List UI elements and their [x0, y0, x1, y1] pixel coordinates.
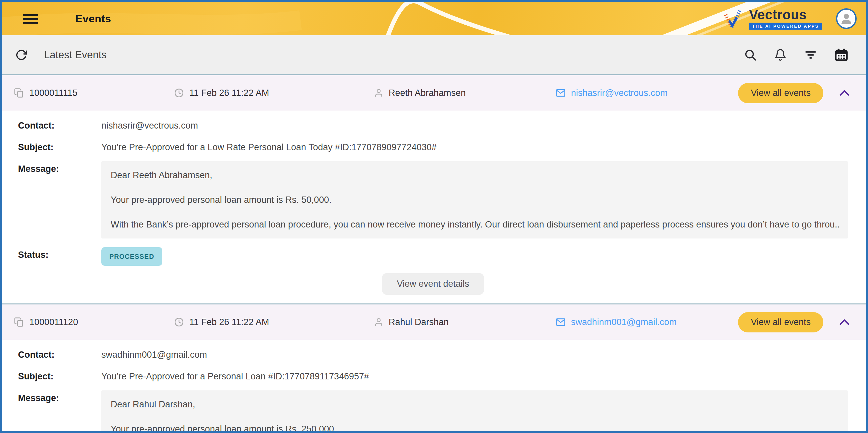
- view-all-events-button[interactable]: View all events: [738, 83, 823, 103]
- person-icon: [374, 318, 383, 327]
- status-label: Status:: [18, 247, 101, 260]
- vectrous-logo-icon: [720, 7, 746, 31]
- notifications-button[interactable]: [774, 48, 787, 61]
- event-card-body: Contact: nishasrir@vectrous.com Subject:…: [2, 110, 866, 303]
- copy-icon[interactable]: [14, 88, 24, 98]
- copy-icon[interactable]: [14, 317, 24, 327]
- collapse-button[interactable]: [838, 318, 851, 326]
- user-avatar[interactable]: [836, 8, 857, 29]
- app-window: Events Vectrous THE AI POWERED APPS: [0, 0, 868, 433]
- search-button[interactable]: [744, 48, 757, 61]
- filter-icon: [804, 50, 817, 60]
- message-line: With the Bank’s pre-approved personal lo…: [111, 219, 839, 230]
- app-bar: Events Vectrous THE AI POWERED APPS: [2, 2, 866, 35]
- toolbar-title: Latest Events: [44, 49, 107, 61]
- event-email-link[interactable]: swadhinm001@gmail.com: [571, 317, 677, 327]
- clock-icon: [174, 88, 184, 98]
- filter-button[interactable]: [804, 50, 817, 60]
- message-box: Dear Rahul Darshan, Your pre-approved pe…: [101, 390, 848, 433]
- page-title: Events: [75, 13, 111, 25]
- event-card-header: 1000011115 11 Feb 26 11:22 AM Reeth Abra…: [2, 75, 866, 110]
- status-badge: PROCESSED: [101, 247, 162, 266]
- brand-tagline: THE AI POWERED APPS: [749, 23, 822, 30]
- view-all-events-button[interactable]: View all events: [738, 312, 823, 332]
- event-card: 1000011115 11 Feb 26 11:22 AM Reeth Abra…: [2, 74, 866, 303]
- message-line: Your pre-approved personal loan amount i…: [111, 195, 839, 205]
- chevron-up-icon: [839, 90, 849, 96]
- event-card-body: Contact: swadhinm001@gmail.com Subject: …: [2, 340, 866, 433]
- subject-value: You’re Pre-Approved for a Personal Loan …: [101, 369, 369, 382]
- message-label: Message:: [18, 161, 101, 174]
- event-contact-name: Rahul Darshan: [389, 317, 449, 327]
- message-line: Dear Rahul Darshan,: [111, 399, 839, 410]
- refresh-button[interactable]: [16, 49, 27, 61]
- clock-icon: [174, 317, 184, 327]
- view-event-details-button[interactable]: View event details: [382, 273, 484, 295]
- message-line: Dear Reeth Abrahamsen,: [111, 170, 839, 180]
- event-card-header: 1000011120 11 Feb 26 11:22 AM Rahul Dars…: [2, 304, 866, 340]
- person-icon: [839, 11, 854, 26]
- chevron-up-icon: [839, 319, 849, 325]
- toolbar: Latest Events: [2, 35, 866, 74]
- brand-name: Vectrous: [749, 8, 807, 21]
- bell-icon: [774, 48, 787, 61]
- brand-logo: Vectrous THE AI POWERED APPS: [720, 7, 822, 31]
- event-contact-name: Reeth Abrahamsen: [389, 88, 466, 98]
- subject-label: Subject:: [18, 369, 101, 382]
- refresh-icon: [16, 49, 27, 61]
- menu-icon[interactable]: [23, 12, 38, 26]
- message-label: Message:: [18, 390, 101, 403]
- event-id: 1000011120: [29, 317, 78, 327]
- calendar-icon: [835, 48, 848, 61]
- message-box: Dear Reeth Abrahamsen, Your pre-approved…: [101, 161, 848, 238]
- person-icon: [374, 88, 383, 98]
- event-datetime: 11 Feb 26 11:22 AM: [189, 317, 269, 327]
- contact-label: Contact:: [18, 347, 101, 360]
- calendar-button[interactable]: [835, 48, 848, 61]
- event-datetime: 11 Feb 26 11:22 AM: [189, 88, 269, 98]
- contact-value: nishasrir@vectrous.com: [101, 118, 198, 131]
- event-card: 1000011120 11 Feb 26 11:22 AM Rahul Dars…: [2, 303, 866, 433]
- collapse-button[interactable]: [838, 89, 851, 97]
- mail-icon: [556, 317, 566, 327]
- event-id: 1000011115: [29, 88, 78, 98]
- event-email-link[interactable]: nishasrir@vectrous.com: [571, 88, 668, 98]
- search-icon: [744, 48, 757, 61]
- subject-label: Subject:: [18, 139, 101, 153]
- subject-value: You’re Pre-Approved for a Low Rate Perso…: [101, 139, 437, 153]
- contact-value: swadhinm001@gmail.com: [101, 347, 207, 360]
- mail-icon: [556, 88, 566, 98]
- message-line: Your pre-approved personal loan amount i…: [111, 424, 839, 433]
- contact-label: Contact:: [18, 118, 101, 131]
